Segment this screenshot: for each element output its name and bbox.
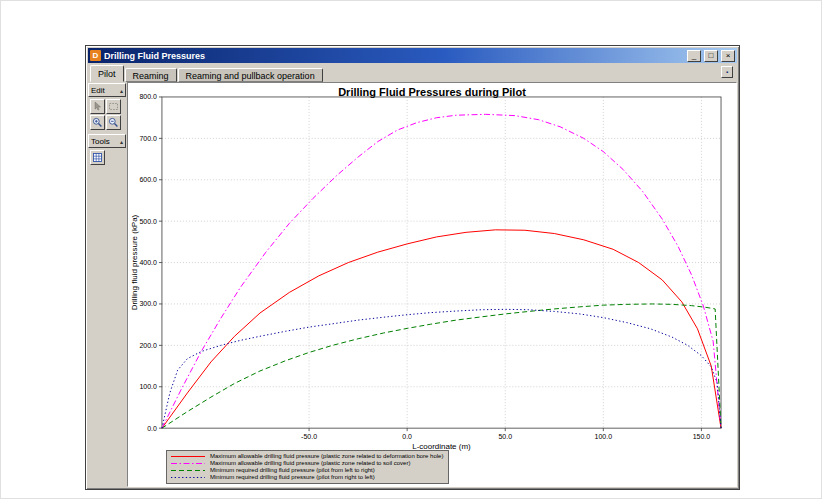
chart-legend: Maximum allowable drilling fluid pressur… xyxy=(166,450,449,484)
series-line-3 xyxy=(162,309,721,428)
legend-line-sample xyxy=(170,453,206,460)
zoom-in-icon xyxy=(92,117,103,128)
x-tick-label: 150.0 xyxy=(693,433,711,440)
table-icon xyxy=(92,152,103,163)
legend-label: Maximum allowable drilling fluid pressur… xyxy=(210,460,410,467)
edit-panel-header[interactable]: Edit ▴ xyxy=(88,83,126,97)
series-line-0 xyxy=(162,230,721,428)
legend-label: Maximum allowable drilling fluid pressur… xyxy=(210,453,443,460)
zoom-out-icon xyxy=(108,117,119,128)
legend-line-sample xyxy=(170,474,206,481)
legend-line-sample xyxy=(170,467,206,474)
titlebar[interactable]: D Drilling Fluid Pressures _ □ × xyxy=(88,48,737,63)
tab-reaming[interactable]: Reaming xyxy=(125,68,177,82)
y-tick-label: 100.0 xyxy=(139,383,157,390)
x-tick-label: 100.0 xyxy=(595,433,613,440)
edit-panel-label: Edit xyxy=(91,86,105,95)
maximize-button[interactable]: □ xyxy=(704,50,718,62)
y-axis-label: Drilling fluid pressure (kPa) xyxy=(130,214,139,310)
chart-plot[interactable]: 0.0100.0200.0300.0400.0500.0600.0700.080… xyxy=(128,83,736,486)
pointer-icon xyxy=(92,101,103,112)
x-tick-label: -50.0 xyxy=(301,433,317,440)
legend-label: Minimum required drilling fluid pressure… xyxy=(210,467,375,474)
y-tick-label: 700.0 xyxy=(139,135,157,142)
y-tick-label: 200.0 xyxy=(139,342,157,349)
zoom-out-button[interactable] xyxy=(106,115,121,130)
table-tool-button[interactable] xyxy=(90,150,105,165)
tab-corner-button[interactable]: ▪ xyxy=(721,66,733,78)
y-tick-label: 300.0 xyxy=(139,300,157,307)
y-tick-label: 600.0 xyxy=(139,176,157,183)
collapse-icon[interactable]: ▴ xyxy=(120,138,123,145)
sidebar: Edit ▴ Tools ▴ xyxy=(88,82,127,487)
legend-item: Minimum required drilling fluid pressure… xyxy=(170,467,443,474)
series-line-1 xyxy=(162,114,721,428)
legend-line-sample xyxy=(170,460,206,467)
app-icon: D xyxy=(90,50,101,61)
y-tick-label: 0.0 xyxy=(147,425,157,432)
app-window: D Drilling Fluid Pressures _ □ × Pilot R… xyxy=(85,45,740,490)
collapse-icon[interactable]: ▴ xyxy=(120,87,123,94)
legend-item: Maximum allowable drilling fluid pressur… xyxy=(170,453,443,460)
legend-item: Minimum required drilling fluid pressure… xyxy=(170,474,443,481)
series-line-2 xyxy=(162,304,721,428)
y-tick-label: 800.0 xyxy=(139,93,157,100)
edit-panel-buttons xyxy=(88,98,126,134)
tab-reaming-pullback[interactable]: Reaming and pullback operation xyxy=(178,68,323,82)
pointer-tool-button[interactable] xyxy=(90,99,105,114)
tab-pilot[interactable]: Pilot xyxy=(90,65,124,82)
y-tick-label: 400.0 xyxy=(139,259,157,266)
window-title: Drilling Fluid Pressures xyxy=(104,51,684,61)
legend-label: Minimum required drilling fluid pressure… xyxy=(210,474,375,481)
x-tick-label: 50.0 xyxy=(498,433,512,440)
minimize-button[interactable]: _ xyxy=(687,50,701,62)
tools-panel-header[interactable]: Tools ▴ xyxy=(88,134,126,148)
window-content: Edit ▴ Tools ▴ xyxy=(88,82,737,487)
legend-item: Maximum allowable drilling fluid pressur… xyxy=(170,460,443,467)
tab-strip: Pilot Reaming Reaming and pullback opera… xyxy=(88,63,737,82)
selection-rect-icon xyxy=(108,101,119,112)
selection-tool-button[interactable] xyxy=(106,99,121,114)
y-tick-label: 500.0 xyxy=(139,218,157,225)
zoom-in-button[interactable] xyxy=(90,115,105,130)
x-tick-label: 0.0 xyxy=(402,433,412,440)
close-button[interactable]: × xyxy=(721,50,735,62)
tools-panel-buttons xyxy=(88,149,126,169)
tools-panel-label: Tools xyxy=(91,137,110,146)
tab-corner-icon: ▪ xyxy=(726,69,728,75)
chart-canvas: Drilling Fluid Pressures during Pilot 0.… xyxy=(127,82,737,487)
